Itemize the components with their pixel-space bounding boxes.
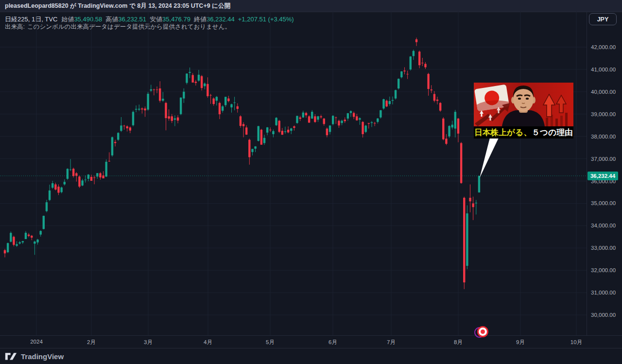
candle-body bbox=[123, 126, 125, 126]
candle-body bbox=[28, 235, 30, 236]
candle-body bbox=[472, 203, 474, 207]
candle-body bbox=[371, 122, 373, 123]
candle-body bbox=[204, 84, 206, 86]
candle-body bbox=[198, 75, 200, 81]
candle-body bbox=[395, 90, 397, 98]
candle-body bbox=[347, 113, 349, 119]
candle-body bbox=[415, 39, 417, 42]
candle-body bbox=[147, 94, 149, 110]
candle-body bbox=[326, 129, 328, 136]
thumbnail-annotation[interactable]: 日本株上がる、５つの理由 bbox=[474, 83, 573, 139]
candle-body bbox=[410, 56, 412, 69]
price-axis-label: 41,000.00 bbox=[591, 66, 616, 73]
candle-body bbox=[308, 116, 310, 122]
time-axis-label: 8月 bbox=[454, 339, 463, 346]
candle-body bbox=[10, 233, 12, 242]
candle-body bbox=[463, 198, 465, 282]
time-axis-label: 9月 bbox=[516, 339, 525, 346]
candle-body bbox=[421, 63, 423, 63]
price-axis-label: 42,000.00 bbox=[591, 44, 616, 51]
candle-body bbox=[305, 113, 307, 115]
time-axis-label: 2024 bbox=[30, 339, 43, 345]
tradingview-published-chart: pleasedLeopard85820 が TradingView.com で … bbox=[0, 0, 622, 364]
candle-body bbox=[132, 112, 134, 125]
candle-body bbox=[87, 174, 89, 179]
time-axis-label: 7月 bbox=[387, 339, 396, 346]
candle-body bbox=[341, 121, 343, 123]
candle-body bbox=[191, 75, 193, 82]
candle-body bbox=[57, 187, 59, 193]
price-axis-label: 39,000.00 bbox=[591, 111, 616, 118]
price-axis-label: 38,000.00 bbox=[591, 133, 616, 140]
price-axis-label: 35,000.00 bbox=[591, 200, 616, 207]
candle-body bbox=[195, 82, 197, 83]
record-marker-red-ring bbox=[477, 326, 488, 337]
candle-body bbox=[344, 120, 346, 121]
candle-body bbox=[466, 213, 468, 266]
candle-body bbox=[260, 130, 262, 145]
candle-body bbox=[248, 140, 250, 157]
candle-body bbox=[153, 89, 155, 90]
thumbnail-photo bbox=[474, 83, 573, 126]
time-axis[interactable]: 20242月3月4月5月6月7月8月9月10月 bbox=[0, 335, 622, 348]
candle-body bbox=[385, 101, 387, 106]
candle-body bbox=[418, 52, 420, 65]
candle-body bbox=[293, 126, 295, 128]
candle-body bbox=[448, 126, 450, 136]
price-axis-label: 30,000.00 bbox=[591, 312, 616, 318]
candle-body bbox=[219, 103, 221, 114]
candle-body bbox=[4, 250, 6, 254]
candle-body bbox=[180, 98, 182, 114]
price-axis-label: 37,000.00 bbox=[591, 156, 616, 162]
candle-body bbox=[212, 99, 214, 104]
candle-body bbox=[129, 127, 131, 130]
candle-body bbox=[240, 116, 242, 126]
last-price-label: 36,232.44 bbox=[587, 172, 618, 180]
candle-body bbox=[368, 123, 370, 123]
candle-body bbox=[174, 119, 176, 120]
candle-body bbox=[67, 169, 69, 178]
caption-rest: ５つの理由 bbox=[532, 127, 573, 138]
candle-body bbox=[392, 100, 394, 101]
time-axis-label: 6月 bbox=[328, 339, 337, 346]
candle-body bbox=[311, 112, 313, 119]
candle-body bbox=[233, 103, 235, 103]
candle-body bbox=[442, 119, 444, 139]
candle-body bbox=[108, 161, 110, 161]
candle-body bbox=[335, 118, 337, 118]
candle-body bbox=[96, 173, 98, 176]
candle-body bbox=[460, 143, 462, 183]
candle-body bbox=[323, 119, 325, 124]
candle-body bbox=[43, 216, 45, 229]
candle-body bbox=[135, 109, 137, 110]
candle-body bbox=[102, 175, 104, 178]
candle-body bbox=[364, 126, 366, 132]
record-marker-icon[interactable] bbox=[474, 325, 490, 339]
candle-body bbox=[165, 103, 167, 118]
candle-body bbox=[475, 203, 477, 203]
candle-body bbox=[433, 94, 435, 101]
candle-body bbox=[230, 104, 232, 107]
candle-body bbox=[377, 119, 379, 122]
candle-body bbox=[141, 108, 143, 109]
candle-body bbox=[329, 125, 331, 132]
candle-body bbox=[105, 162, 107, 176]
candle-body bbox=[242, 124, 244, 126]
candle-body bbox=[39, 231, 41, 234]
caption-highlight: 日本株上がる、 bbox=[474, 127, 532, 138]
price-axis-label: 40,000.00 bbox=[591, 88, 616, 95]
candle-body bbox=[16, 244, 17, 245]
candle-body bbox=[356, 116, 358, 120]
candle-body bbox=[126, 126, 128, 128]
candle-body bbox=[64, 182, 66, 184]
candle-body bbox=[263, 138, 265, 143]
candle-body bbox=[413, 51, 415, 56]
candle-body bbox=[75, 173, 77, 175]
candlestick-chart-canvas[interactable] bbox=[0, 0, 622, 364]
thumbnail-caption: 日本株上がる、５つの理由 bbox=[474, 126, 573, 139]
candle-body bbox=[424, 64, 426, 67]
candle-body bbox=[439, 103, 441, 111]
candle-body bbox=[52, 183, 53, 188]
candle-body bbox=[290, 128, 292, 131]
candle-body bbox=[171, 116, 173, 121]
